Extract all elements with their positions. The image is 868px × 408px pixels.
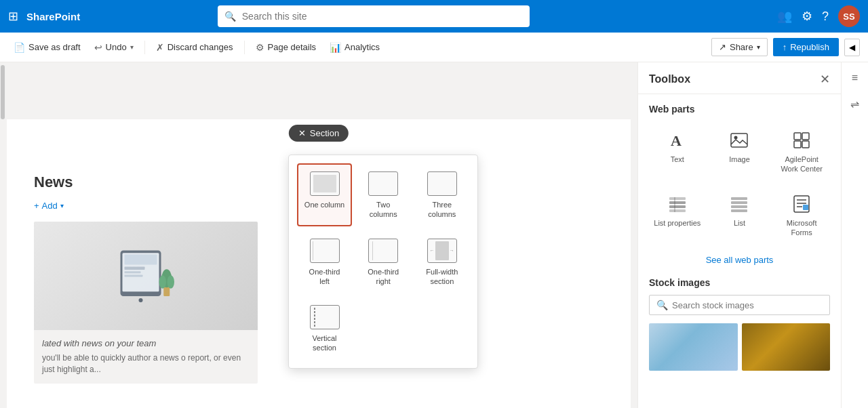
plus-icon: + — [34, 201, 39, 211]
stock-images-grid — [649, 323, 830, 371]
section-layout-picker: One column Two columns — [288, 155, 478, 369]
layout-one-third-left[interactable]: One-third left — [297, 230, 352, 293]
list-part-label: List — [734, 218, 745, 228]
svg-rect-18 — [669, 197, 686, 200]
layout-one-column[interactable]: One column — [297, 163, 352, 226]
layout-one-column-label: One column — [304, 200, 344, 209]
stock-images-title: Stock images — [649, 277, 830, 288]
analytics-button[interactable]: 📊 Analytics — [324, 39, 385, 56]
list-properties-part-icon — [667, 193, 688, 215]
agilepoint-part-icon — [791, 129, 812, 151]
svg-rect-3 — [125, 267, 145, 270]
save-icon: 📄 — [14, 42, 25, 53]
discard-changes-button[interactable]: ✗ Discard changes — [151, 39, 239, 56]
toolbar-separator-2 — [244, 41, 245, 54]
add-news-button[interactable]: + Add ▾ — [34, 201, 64, 211]
image-part-label: Image — [729, 155, 750, 164]
layout-full-width[interactable]: ← → Full-width section — [415, 230, 470, 293]
svg-rect-20 — [669, 205, 686, 208]
news-headline: lated with news on your team — [42, 338, 250, 348]
forms-part-label: Microsoft Forms — [777, 218, 826, 238]
activity-section: Activity — [34, 405, 604, 408]
layout-three-columns-icon — [427, 171, 457, 196]
top-navigation: ⊞ SharePoint 🔍 👥 ⚙ ? SS — [0, 0, 868, 33]
svg-rect-12 — [731, 134, 747, 147]
undo-dropdown-icon[interactable]: ▾ — [130, 43, 134, 51]
text-part-label: Text — [671, 155, 684, 164]
web-part-list-properties[interactable]: List properties — [649, 186, 706, 245]
section-pill[interactable]: ✕ Section — [289, 125, 349, 142]
stock-search-input[interactable] — [672, 300, 823, 310]
toolbox-title: Toolbox — [649, 73, 690, 85]
section-close-icon[interactable]: ✕ — [298, 128, 306, 138]
settings-icon[interactable]: ⚙ — [802, 9, 812, 24]
sidebar-bottom-icon[interactable]: ⇌ — [846, 94, 863, 115]
far-right-sidebar: ≡ ⇌ — [841, 62, 868, 408]
stock-search-icon: 🔍 — [656, 300, 668, 310]
svg-rect-31 — [803, 205, 808, 210]
svg-rect-26 — [731, 209, 747, 212]
news-card-image — [34, 222, 258, 330]
stock-images-search: 🔍 — [649, 295, 830, 315]
apps-grid-icon[interactable]: ⊞ — [8, 9, 18, 24]
svg-rect-15 — [802, 133, 809, 140]
stock-image-1[interactable] — [649, 323, 738, 371]
share-people-icon[interactable]: 👥 — [777, 9, 792, 24]
discard-icon: ✗ — [156, 42, 164, 53]
page-details-button[interactable]: ⚙ Page details — [250, 39, 322, 56]
layout-one-third-right-icon — [368, 239, 398, 263]
share-dropdown-icon[interactable]: ▾ — [757, 43, 760, 51]
page-scrollbar[interactable] — [0, 65, 5, 119]
web-part-text[interactable]: A Text — [649, 123, 706, 181]
share-button[interactable]: ↗ Share ▾ — [711, 38, 768, 56]
nav-right-actions: 👥 ⚙ ? SS — [777, 5, 860, 27]
see-all-web-parts-link[interactable]: See all web parts — [649, 255, 830, 265]
svg-rect-4 — [125, 271, 141, 273]
text-part-icon: A — [667, 129, 688, 151]
undo-icon: ↩ — [94, 42, 102, 53]
web-parts-grid: A Text Image — [649, 123, 830, 244]
help-icon[interactable]: ? — [822, 9, 829, 24]
web-part-list[interactable]: List — [711, 186, 768, 245]
sidebar-top-icon[interactable]: ≡ — [848, 68, 862, 88]
layout-one-column-icon — [310, 171, 340, 196]
layout-full-width-label: Full-width section — [422, 267, 463, 287]
web-part-image[interactable]: Image — [711, 123, 768, 181]
forms-part-icon — [791, 193, 812, 215]
svg-rect-2 — [125, 255, 157, 265]
undo-button[interactable]: ↩ Undo ▾ — [89, 39, 139, 56]
avatar[interactable]: SS — [838, 5, 860, 27]
analytics-icon: 📊 — [330, 42, 341, 53]
svg-rect-24 — [731, 201, 747, 204]
svg-rect-5 — [125, 275, 143, 277]
toolbar: 📄 Save as draft ↩ Undo ▾ ✗ Discard chang… — [0, 33, 868, 62]
svg-rect-17 — [802, 141, 809, 148]
news-illustration — [105, 245, 186, 306]
page-content: ✕ Section One column — [7, 119, 631, 408]
layout-one-third-left-label: One-third left — [304, 267, 345, 287]
layout-two-columns[interactable]: Two columns — [356, 163, 411, 226]
layout-one-third-right[interactable]: One-third right — [356, 230, 411, 293]
layout-one-third-left-icon — [310, 239, 340, 263]
save-as-draft-button[interactable]: 📄 Save as draft — [8, 39, 86, 56]
web-part-agilepoint[interactable]: AgilePoint Work Center — [773, 123, 830, 181]
stock-image-2[interactable] — [742, 323, 831, 371]
section-label: Section — [310, 128, 339, 138]
web-part-forms[interactable]: Microsoft Forms — [773, 186, 830, 245]
layout-vertical-section[interactable]: Vertical section — [297, 297, 352, 360]
layout-three-columns[interactable]: Three columns — [415, 163, 470, 226]
svg-rect-25 — [731, 205, 747, 208]
layout-vertical-section-icon — [310, 305, 340, 329]
svg-point-9 — [159, 275, 167, 289]
page-area: ✕ Section One column — [0, 62, 637, 408]
collapse-button[interactable]: ◀ — [844, 39, 860, 56]
search-input[interactable] — [218, 5, 530, 27]
toolbox-close-button[interactable]: ✕ — [820, 72, 830, 87]
svg-point-10 — [167, 275, 175, 289]
main-container: ✕ Section One column — [0, 62, 868, 408]
svg-point-13 — [734, 136, 738, 140]
image-part-icon — [728, 129, 750, 151]
layout-three-columns-label: Three columns — [422, 200, 463, 220]
republish-button[interactable]: ↑ Republish — [773, 38, 839, 56]
page-details-icon: ⚙ — [256, 42, 264, 53]
